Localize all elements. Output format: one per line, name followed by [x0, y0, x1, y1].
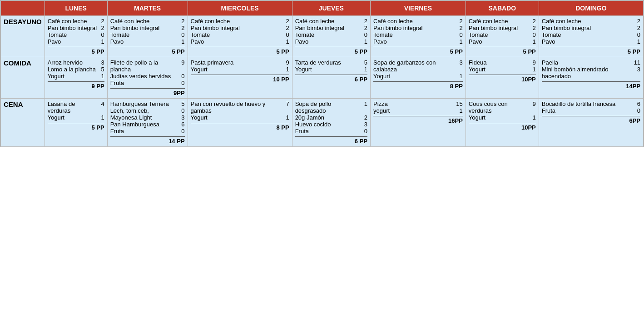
- day-header-martes: MARTES: [107, 1, 188, 16]
- meal-item: Pan bimbo integral2: [373, 25, 463, 31]
- meal-total: 5 PP: [191, 47, 289, 55]
- item-pts: 1: [361, 100, 367, 107]
- meal-cell-cena-3: Sopa de pollo desgrasado120g Jamón2Huevo…: [292, 99, 370, 147]
- meal-cell-comida-5: Fideua9Yogurt110PP: [466, 57, 539, 99]
- item-pts: 0: [283, 31, 289, 38]
- item-pts: 5: [361, 59, 367, 66]
- item-pts: 2: [98, 25, 104, 31]
- item-name: Pan bimbo integral: [191, 25, 282, 31]
- meal-item: Filete de pollo a la plancha9: [110, 59, 185, 73]
- item-pts: 9: [178, 59, 185, 66]
- item-pts: 2: [530, 25, 536, 31]
- section-row-desayuno: DESAYUNOCafé con leche2Pan bimbo integra…: [1, 16, 644, 57]
- meal-total: 6PP: [542, 116, 640, 124]
- meal-total: 5 PP: [48, 123, 104, 131]
- meal-cell-cena-2: Pan con revuelto de huevo y gambas7Yogur…: [188, 99, 292, 147]
- item-pts: 2: [530, 18, 536, 25]
- meal-item: Fideua9: [469, 59, 536, 66]
- meal-item: Café con leche2: [542, 18, 640, 25]
- item-name: Pavo: [110, 38, 178, 45]
- item-name: Sopa de pollo desgrasado: [295, 100, 360, 114]
- item-name: Pan Hamburguesa: [110, 121, 178, 128]
- item-name: Judías verdes hervidas: [110, 73, 178, 80]
- item-name: Fruta: [295, 128, 360, 135]
- meal-item: Cous cous con verduras9: [469, 100, 536, 114]
- meal-item: Tomate0: [373, 31, 463, 38]
- meal-item: Yogurt1: [295, 66, 367, 73]
- meal-item: Lasaña de verduras4: [48, 100, 104, 114]
- meal-cell-desayuno-6: Café con leche2Pan bimbo integral2Tomate…: [539, 16, 643, 57]
- item-name: Pan bimbo integral: [542, 25, 633, 31]
- meal-total: 5 PP: [110, 47, 185, 55]
- meal-item: Tomate0: [295, 31, 367, 38]
- item-pts: 5: [178, 100, 185, 107]
- item-name: Lech, tom,ceb,: [110, 107, 178, 114]
- item-name: Tomate: [295, 31, 360, 38]
- item-pts: 1: [283, 66, 289, 73]
- meal-cell-comida-2: Pasta primavera9Yogurt110 PP: [188, 57, 292, 99]
- item-pts: 9: [530, 100, 536, 107]
- day-header-domingo: DOMINGO: [539, 1, 643, 16]
- section-label-cena: CENA: [1, 99, 45, 147]
- meal-item: Yogurt1: [469, 114, 536, 121]
- item-pts: 1: [361, 38, 367, 45]
- meal-item: Paella11: [542, 59, 640, 66]
- meal-total: 5 PP: [295, 47, 367, 55]
- meal-total: 10PP: [469, 75, 536, 83]
- item-pts: 11: [634, 59, 640, 66]
- item-name: Pavo: [191, 38, 282, 45]
- item-pts: 9: [283, 59, 289, 66]
- item-name: Fruta: [110, 128, 178, 135]
- meal-item: Pavo1: [191, 38, 289, 45]
- item-pts: 1: [283, 114, 289, 121]
- item-name: Pavo: [48, 38, 97, 45]
- item-pts: 0: [361, 128, 367, 135]
- meal-item: Café con leche2: [191, 18, 289, 25]
- item-name: Pan bimbo integral: [373, 25, 456, 31]
- item-pts: 1: [530, 66, 536, 73]
- item-pts: 1: [98, 73, 104, 80]
- meal-total: 10PP: [469, 123, 536, 131]
- item-pts: 2: [178, 18, 185, 25]
- item-name: Tomate: [542, 31, 633, 38]
- meal-cell-desayuno-4: Café con leche2Pan bimbo integral2Tomate…: [371, 16, 466, 57]
- item-name: Tomate: [110, 31, 178, 38]
- item-pts: 0: [178, 31, 185, 38]
- meal-cell-cena-6: Bocadillo de tortilla francesa6Fruta06PP: [539, 99, 643, 147]
- item-pts: 2: [361, 18, 367, 25]
- meal-total: 16PP: [373, 116, 463, 124]
- section-row-cena: CENALasaña de verduras4Yogurt15 PPHambur…: [1, 99, 644, 147]
- item-pts: 4: [98, 100, 104, 107]
- meal-item: Pavo1: [110, 38, 185, 45]
- meal-item: Judías verdes hervidas0: [110, 73, 185, 80]
- meal-item: Fruta0: [110, 128, 185, 135]
- item-pts: 2: [283, 18, 289, 25]
- meal-item: Mini bombón almendrado hacendado3: [542, 66, 640, 80]
- item-name: Yogurt: [48, 73, 97, 80]
- meal-cell-cena-5: Cous cous con verduras9Yogurt110PP: [466, 99, 539, 147]
- meal-item: Yogurt1: [191, 114, 289, 121]
- item-name: Fruta: [110, 80, 178, 86]
- item-name: Café con leche: [191, 18, 282, 25]
- item-name: Yogurt: [373, 73, 456, 80]
- meal-cell-comida-3: Tarta de verduras5Yogurt16 PP: [292, 57, 370, 99]
- item-name: Pizza: [373, 100, 455, 107]
- meal-total: 6 PP: [295, 75, 367, 83]
- item-pts: 2: [456, 18, 463, 25]
- meal-item: Yogurt1: [373, 73, 463, 80]
- item-name: Café con leche: [48, 18, 97, 25]
- meal-cell-desayuno-2: Café con leche2Pan bimbo integral2Tomate…: [188, 16, 292, 57]
- day-header-jueves: JUEVES: [292, 1, 370, 16]
- meal-item: Pavo1: [469, 38, 536, 45]
- meal-item: Huevo cocido3: [295, 121, 367, 128]
- item-name: Tarta de verduras: [295, 59, 360, 66]
- meal-cell-comida-6: Paella11Mini bombón almendrado hacendado…: [539, 57, 643, 99]
- item-name: Fideua: [469, 59, 529, 66]
- meal-item: Tomate0: [110, 31, 185, 38]
- item-pts: 1: [361, 66, 367, 73]
- item-name: Yogurt: [295, 66, 360, 73]
- item-name: Pavo: [373, 38, 456, 45]
- item-pts: 2: [361, 114, 367, 121]
- item-pts: 1: [634, 38, 640, 45]
- meal-item: Pan con revuelto de huevo y gambas7: [191, 100, 289, 114]
